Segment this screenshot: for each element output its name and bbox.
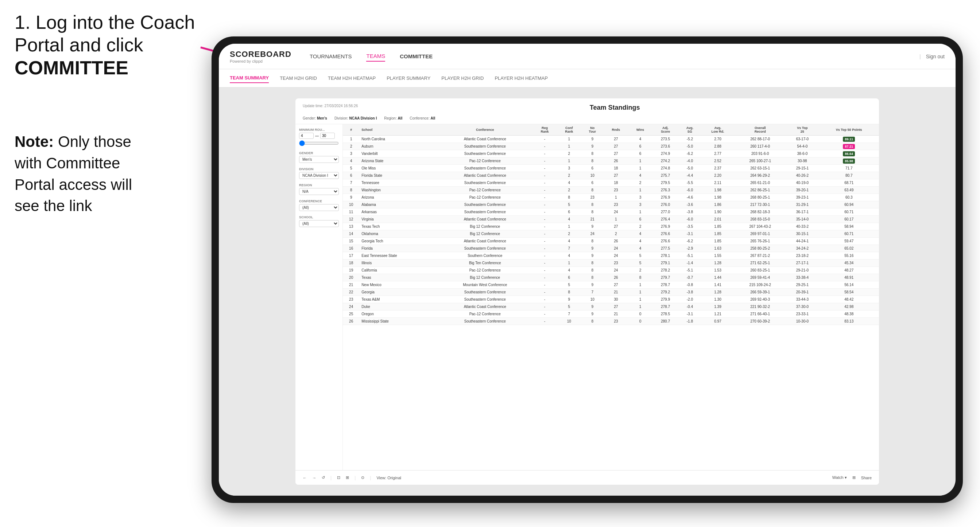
table-row[interactable]: 5 Ole Miss Southeastern Conference - 3 6… <box>343 165 879 172</box>
table-row[interactable]: 21 New Mexico Mountain West Conference -… <box>343 281 879 289</box>
cell-adj-score: 276.9 <box>652 194 679 201</box>
cell-pts: 86.64 <box>819 150 879 157</box>
sign-out-button[interactable]: Sign out <box>926 54 945 59</box>
nav-item-committee[interactable]: COMMITTEE <box>400 51 433 61</box>
min-rounds-min-input[interactable] <box>299 133 313 139</box>
nav-item-teams[interactable]: TEAMS <box>366 51 385 62</box>
cell-vs25: 39-23-1 <box>786 194 819 201</box>
table-row[interactable]: 13 Texas Tech Big 12 Conference - 1 9 27… <box>343 223 879 230</box>
cell-rank: 3 <box>343 150 359 157</box>
table-row[interactable]: 18 Illinois Big Ten Conference - 1 8 23 … <box>343 259 879 267</box>
cell-reg-rank: - <box>533 274 557 281</box>
school-select[interactable]: (All) <box>299 220 339 227</box>
toolbar-icon1[interactable]: ⊞ <box>852 475 856 480</box>
table-row[interactable]: 24 Duke Atlantic Coast Conference - 5 9 … <box>343 303 879 311</box>
cell-adj-score: 280.7 <box>652 318 679 325</box>
cell-avg-sg: -6.0 <box>679 216 701 223</box>
cell-rnds: 24 <box>604 245 628 252</box>
table-row[interactable]: 3 Vanderbilt Southeastern Conference - 2… <box>343 150 879 157</box>
table-row[interactable]: 11 Arkansas Southeastern Conference - 6 … <box>343 208 879 216</box>
table-row[interactable]: 12 Virginia Atlantic Coast Conference - … <box>343 216 879 223</box>
table-body: 1 North Carolina Atlantic Coast Conferen… <box>343 136 879 325</box>
cell-avg-sg: -0.4 <box>679 303 701 311</box>
cell-pts: 65.02 <box>819 245 879 252</box>
cell-rank: 10 <box>343 201 359 208</box>
table-row[interactable]: 25 Oregon Pac-12 Conference - 7 9 21 0 2… <box>343 311 879 318</box>
table-row[interactable]: 14 Oklahoma Big 12 Conference - 2 24 2 4… <box>343 230 879 238</box>
cell-reg-rank: - <box>533 187 557 194</box>
min-rounds-max-input[interactable] <box>320 133 335 139</box>
table-row[interactable]: 9 Arizona Pac-12 Conference - 8 23 1 3 2… <box>343 194 879 201</box>
sub-nav-team-h2h-heatmap[interactable]: TEAM H2H HEATMAP <box>328 74 375 83</box>
cell-avg-sg: -3.8 <box>679 289 701 296</box>
cell-avg-low: 1.63 <box>701 245 735 252</box>
table-row[interactable]: 17 East Tennessee State Southern Confere… <box>343 252 879 259</box>
cell-wins: 3 <box>628 201 652 208</box>
cell-vs25: 38-6-0 <box>786 150 819 157</box>
toolbar-expand[interactable]: ⊞ <box>346 475 349 480</box>
toolbar-reload[interactable]: ↺ <box>322 475 325 480</box>
cell-wins: 1 <box>628 165 652 172</box>
cell-no-tour: 8 <box>581 259 604 267</box>
min-rounds-filter: Minimum Rou... — <box>299 128 339 147</box>
table-row[interactable]: 16 Florida Southeastern Conference - 7 9… <box>343 245 879 252</box>
region-select[interactable]: N/A <box>299 188 339 195</box>
table-row[interactable]: 19 California Pac-12 Conference - 4 8 24… <box>343 267 879 274</box>
rounds-slider[interactable] <box>299 140 339 146</box>
cell-pts: 80.7 <box>819 172 879 179</box>
table-row[interactable]: 23 Texas A&M Southeastern Conference - 9… <box>343 296 879 303</box>
cell-adj-score: 276.3 <box>652 187 679 194</box>
cell-rnds: 26 <box>604 238 628 245</box>
table-row[interactable]: 1 North Carolina Atlantic Coast Conferen… <box>343 136 879 143</box>
division-select[interactable]: NCAA Division I <box>299 172 339 179</box>
cell-avg-sg: -5.0 <box>679 165 701 172</box>
cell-avg-low: 2.01 <box>701 216 735 223</box>
cell-adj-score: 274.2 <box>652 157 679 165</box>
table-row[interactable]: 10 Alabama Southeastern Conference - 5 8… <box>343 201 879 208</box>
view-original-button[interactable]: View: Original <box>376 476 401 480</box>
cell-overall: 262 86-25-1 <box>735 187 786 194</box>
region-filter-group: Region N/A <box>299 183 339 195</box>
cell-wins: 6 <box>628 216 652 223</box>
cell-overall: 268 80-25-1 <box>735 194 786 201</box>
toolbar-grid[interactable]: ⊡ <box>337 475 340 480</box>
table-row[interactable]: 7 Tennessee Southeastern Conference - 4 … <box>343 179 879 187</box>
table-row[interactable]: 6 Florida State Atlantic Coast Conferenc… <box>343 172 879 179</box>
sub-nav-team-summary[interactable]: TEAM SUMMARY <box>230 73 269 83</box>
cell-avg-sg: -4.6 <box>679 194 701 201</box>
cell-adj-score: 278.5 <box>652 311 679 318</box>
nav-item-tournaments[interactable]: TOURNAMENTS <box>310 51 352 61</box>
sub-nav-team-h2h-grid[interactable]: TEAM H2H GRID <box>280 74 317 83</box>
cell-reg-rank: - <box>533 143 557 150</box>
sub-nav-player-h2h-heatmap[interactable]: PLAYER H2H HEATMAP <box>495 74 547 83</box>
table-row[interactable]: 2 Auburn Southeastern Conference - 1 9 2… <box>343 143 879 150</box>
table-row[interactable]: 4 Arizona State Pac-12 Conference - 1 8 … <box>343 157 879 165</box>
toolbar-clock[interactable]: ⊙ <box>361 475 364 480</box>
sub-nav-player-h2h-grid[interactable]: PLAYER H2H GRID <box>441 74 484 83</box>
gender-select[interactable]: Men's <box>299 156 339 163</box>
toolbar-back[interactable]: ← <box>303 476 307 480</box>
table-row[interactable]: 26 Mississippi State Southeastern Confer… <box>343 318 879 325</box>
cell-rank: 8 <box>343 187 359 194</box>
cell-adj-score: 276.6 <box>652 230 679 238</box>
cell-pts: 63.49 <box>819 187 879 194</box>
watch-button[interactable]: Watch ▾ <box>832 475 847 480</box>
sub-nav-player-summary[interactable]: PLAYER SUMMARY <box>387 74 430 83</box>
cell-avg-low: 2.77 <box>701 150 735 157</box>
table-row[interactable]: 22 Georgia Southeastern Conference - 8 7… <box>343 289 879 296</box>
cell-rnds: 24 <box>604 252 628 259</box>
cell-wins: 6 <box>628 143 652 150</box>
table-row[interactable]: 8 Washington Pac-12 Conference - 2 8 23 … <box>343 187 879 194</box>
toolbar-forward[interactable]: → <box>312 476 316 480</box>
table-row[interactable]: 15 Georgia Tech Atlantic Coast Conferenc… <box>343 238 879 245</box>
cell-conf-rank: 4 <box>557 216 581 223</box>
cell-wins: 1 <box>628 289 652 296</box>
cell-adj-score: 276.4 <box>652 216 679 223</box>
cell-wins: 1 <box>628 157 652 165</box>
logo-sub: Powered by clippd <box>230 59 291 63</box>
conference-select[interactable]: (All) <box>299 204 339 211</box>
share-button[interactable]: Share <box>861 475 872 480</box>
table-row[interactable]: 20 Texas Big 12 Conference - 6 8 26 8 27… <box>343 274 879 281</box>
cell-wins: 3 <box>628 194 652 201</box>
col-overall: OverallRecord <box>735 124 786 136</box>
